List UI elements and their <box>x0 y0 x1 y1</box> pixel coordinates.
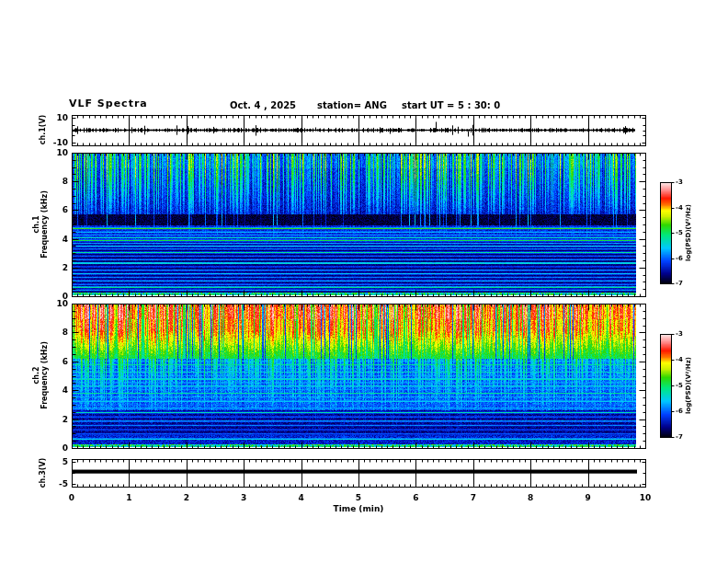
header-start-ut: start UT = 5 : 30: 0 <box>402 100 500 110</box>
y-tick-label: 2 <box>46 415 68 424</box>
colorbar-tick-label: -5 <box>676 382 690 389</box>
y-tick-label: 10 <box>46 299 68 308</box>
colorbar-tick-label: -6 <box>676 408 690 415</box>
colorbar-tick-label: -5 <box>676 229 690 236</box>
ch1-frequency-axis-label: ch.1 Frequency (kHz) <box>32 190 49 259</box>
colorbar-tick-label: -3 <box>676 330 690 338</box>
colorbar-tick-label: -6 <box>676 255 690 262</box>
y-tick-label: -10 <box>46 138 68 147</box>
y-tick-label: 2 <box>46 263 68 272</box>
y-tick-label: -5 <box>46 479 68 488</box>
ch1-frequency-axis-label-line1: ch.1 <box>32 190 40 259</box>
colorbar-tick-label: -3 <box>676 178 690 186</box>
x-tick-label: 3 <box>234 493 253 502</box>
y-tick-label: 8 <box>46 177 68 186</box>
x-tick-label: 2 <box>177 493 196 502</box>
header-station: station= ANG <box>317 100 387 110</box>
x-tick-label: 8 <box>521 493 540 502</box>
y-tick-label: 6 <box>46 357 68 366</box>
colorbar-tick-label: -4 <box>676 356 690 363</box>
ch2-frequency-axis-label: ch.2 Frequency (kHz) <box>32 341 49 409</box>
x-tick-label: 1 <box>119 493 138 502</box>
page-title: VLF Spectra <box>69 98 148 109</box>
y-tick-label: 10 <box>46 113 68 122</box>
x-tick-label: 10 <box>636 493 654 502</box>
x-tick-label: 6 <box>406 493 425 502</box>
spectra-plot-canvas <box>0 0 728 563</box>
header-date: Oct. 4 , 2025 <box>230 100 296 110</box>
ch2-frequency-axis-label-line2: Frequency (kHz) <box>40 341 49 409</box>
colorbar-tick-label: -4 <box>676 204 690 212</box>
y-tick-label: 10 <box>46 148 68 157</box>
ch1-frequency-axis-label-line2: Frequency (kHz) <box>40 190 49 259</box>
y-tick-label: 0 <box>46 443 68 453</box>
x-tick-label: 7 <box>464 493 483 502</box>
y-tick-label: 6 <box>46 205 68 214</box>
x-tick-label: 5 <box>349 493 368 502</box>
y-tick-label: 5 <box>46 457 68 466</box>
y-tick-label: 4 <box>46 235 68 244</box>
time-axis-label: Time (min) <box>313 504 404 513</box>
x-tick-label: 9 <box>579 493 597 502</box>
y-tick-label: 4 <box>46 385 68 395</box>
colorbar-tick-label: -7 <box>676 280 690 287</box>
y-tick-label: 8 <box>46 327 68 337</box>
vlf-spectra-screen: VLF Spectra Oct. 4 , 2025 station= ANG s… <box>0 0 728 563</box>
ch2-frequency-axis-label-line1: ch.2 <box>32 341 40 409</box>
colorbar-tick-label: -7 <box>676 433 690 441</box>
x-tick-label: 0 <box>63 493 81 502</box>
x-tick-label: 4 <box>292 493 311 502</box>
